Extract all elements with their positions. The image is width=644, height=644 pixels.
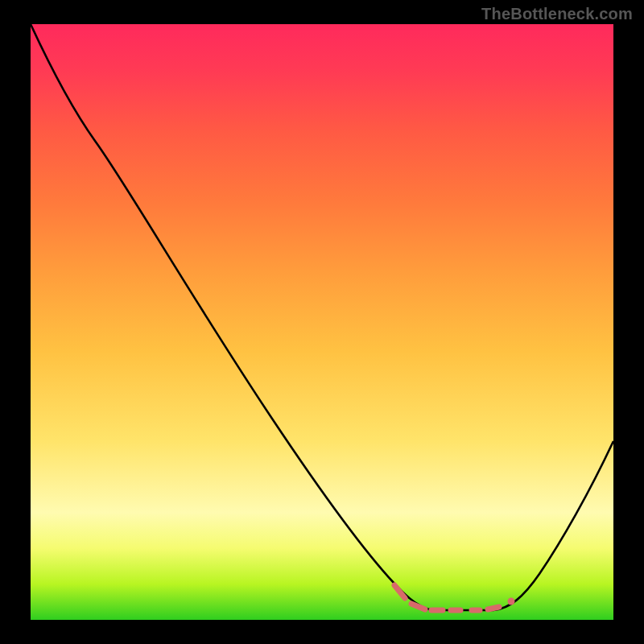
svg-line-1 (411, 604, 425, 609)
curve-path (31, 24, 613, 610)
bottleneck-curve (31, 24, 613, 620)
bottom-marker-dot (508, 598, 515, 605)
watermark-text: TheBottleneck.com (481, 5, 633, 23)
svg-line-5 (488, 607, 499, 609)
chart-container: TheBottleneck.com (0, 0, 644, 644)
